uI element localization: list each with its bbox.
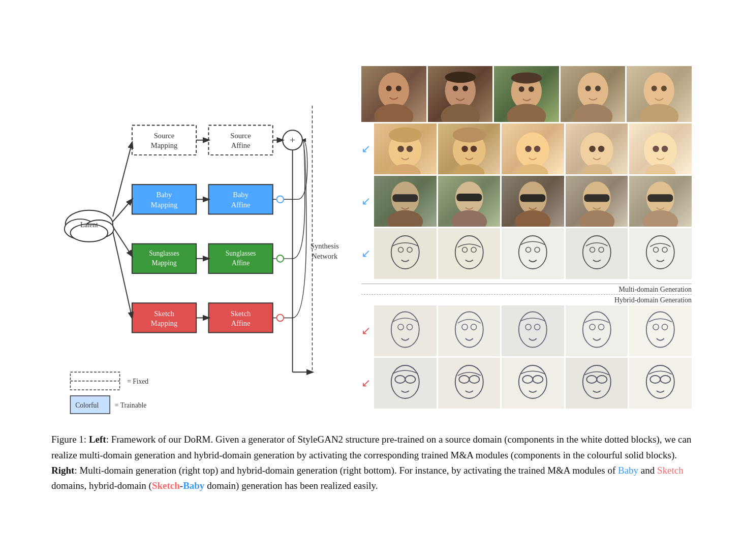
svg-point-158 <box>646 365 674 398</box>
svg-point-56 <box>379 73 410 109</box>
svg-point-142 <box>646 312 674 348</box>
svg-point-76 <box>652 86 657 91</box>
svg-point-124 <box>583 236 611 269</box>
face-photo-3 <box>494 66 559 122</box>
svg-point-143 <box>653 324 659 330</box>
svg-point-105 <box>451 210 487 227</box>
svg-point-90 <box>525 146 532 152</box>
svg-point-116 <box>398 247 404 253</box>
svg-point-131 <box>398 324 404 330</box>
svg-text:Mapping: Mapping <box>151 201 178 209</box>
source-affine-node: Source Affine <box>208 126 272 155</box>
source-mapping-node: Source Mapping <box>132 126 196 155</box>
svg-point-114 <box>643 210 678 227</box>
svg-point-66 <box>507 104 546 122</box>
svg-text:Sketch: Sketch <box>231 309 251 318</box>
sunglasses-face-4 <box>566 176 628 227</box>
svg-point-117 <box>407 247 412 253</box>
svg-point-71 <box>573 104 612 122</box>
svg-text:Synthesis: Synthesis <box>311 242 339 251</box>
sunglasses-face-2 <box>438 176 501 227</box>
svg-point-128 <box>654 247 659 253</box>
svg-point-146 <box>395 376 405 383</box>
svg-text:= Fixed: = Fixed <box>127 378 148 385</box>
svg-rect-12 <box>132 184 196 214</box>
svg-text:Affine: Affine <box>232 260 250 267</box>
latent-cloud: Latent <box>65 210 114 242</box>
latent-label: Latent <box>80 221 98 229</box>
svg-point-96 <box>644 133 677 168</box>
svg-point-85 <box>461 146 468 152</box>
svg-point-115 <box>391 236 419 269</box>
svg-point-94 <box>589 146 596 152</box>
svg-text:Network: Network <box>312 252 338 260</box>
svg-line-34 <box>113 200 132 222</box>
sunglasses-face-3 <box>502 176 564 227</box>
svg-point-140 <box>590 324 595 330</box>
sketch-mapping-node: Sketch Mapping <box>132 303 196 333</box>
svg-rect-104 <box>456 194 482 201</box>
svg-point-79 <box>390 164 420 174</box>
plus-node: + <box>283 131 302 150</box>
svg-rect-7 <box>208 126 272 155</box>
caption-prefix: Figure 1: <box>51 434 89 445</box>
caption-end-text: domains, hybrid-domain ( <box>51 480 152 491</box>
svg-point-91 <box>534 146 541 152</box>
caption-left-bold: Left <box>89 434 106 445</box>
svg-point-121 <box>519 236 547 269</box>
svg-point-153 <box>522 376 533 383</box>
svg-text:Baby: Baby <box>157 191 172 199</box>
sketch-affine-output <box>273 140 306 322</box>
hybrid-row2-icon: ↙ <box>361 377 370 390</box>
svg-point-135 <box>471 324 476 330</box>
svg-point-84 <box>454 164 484 174</box>
svg-point-77 <box>661 86 667 91</box>
svg-rect-15 <box>208 184 272 214</box>
svg-point-141 <box>598 324 604 330</box>
svg-point-67 <box>519 86 524 92</box>
svg-point-118 <box>455 236 483 269</box>
svg-rect-107 <box>520 194 545 202</box>
baby-mapping-node: Baby Mapping <box>132 184 196 214</box>
svg-point-93 <box>581 164 612 174</box>
svg-point-134 <box>462 324 468 330</box>
svg-point-81 <box>407 146 413 152</box>
hybrid-face-4 <box>566 305 628 356</box>
baby-row-icon: ↙ <box>361 142 370 155</box>
hybrid-domain-label: Hybrid-domain Generation <box>361 294 692 304</box>
svg-text:Source: Source <box>230 132 251 140</box>
baby-face-2 <box>438 123 501 174</box>
svg-point-129 <box>662 247 667 253</box>
face-photo-4 <box>561 66 626 122</box>
svg-point-57 <box>374 104 413 122</box>
sketch-row-icon: ↙ <box>361 247 370 260</box>
svg-point-58 <box>386 86 392 91</box>
hybrid-glasses-3 <box>502 358 564 409</box>
svg-point-136 <box>519 312 547 348</box>
svg-line-36 <box>113 232 132 318</box>
svg-text:Mapping: Mapping <box>151 260 176 267</box>
sketch-affine-node: Sketch Affine <box>208 303 272 333</box>
sketch-face-2 <box>438 228 501 279</box>
svg-point-86 <box>470 146 477 152</box>
svg-point-92 <box>580 133 613 168</box>
svg-point-88 <box>516 133 549 168</box>
svg-rect-27 <box>208 303 272 333</box>
svg-point-74 <box>644 73 675 109</box>
diagram-svg: Latent Source Mapping Source Affine <box>51 66 346 412</box>
svg-point-75 <box>640 104 679 122</box>
baby-affine-node: Baby Affine <box>208 184 272 214</box>
svg-point-87 <box>452 128 485 143</box>
svg-point-151 <box>469 376 479 383</box>
sunglasses-mapping-node: Sunglasses Mapping <box>132 244 196 273</box>
hybrid-face-5 <box>629 305 692 356</box>
svg-point-59 <box>396 86 401 91</box>
svg-point-45 <box>276 196 284 203</box>
caption-left-text: : Framework of our DoRM. Given a generat… <box>51 434 691 460</box>
svg-point-156 <box>586 376 597 383</box>
svg-point-99 <box>662 146 668 152</box>
svg-point-152 <box>519 365 547 398</box>
svg-text:Affine: Affine <box>231 141 251 149</box>
figure-caption: Figure 1: Left: Framework of our DoRM. G… <box>51 432 692 494</box>
caption-sketch-colored: Sketch <box>657 465 684 476</box>
